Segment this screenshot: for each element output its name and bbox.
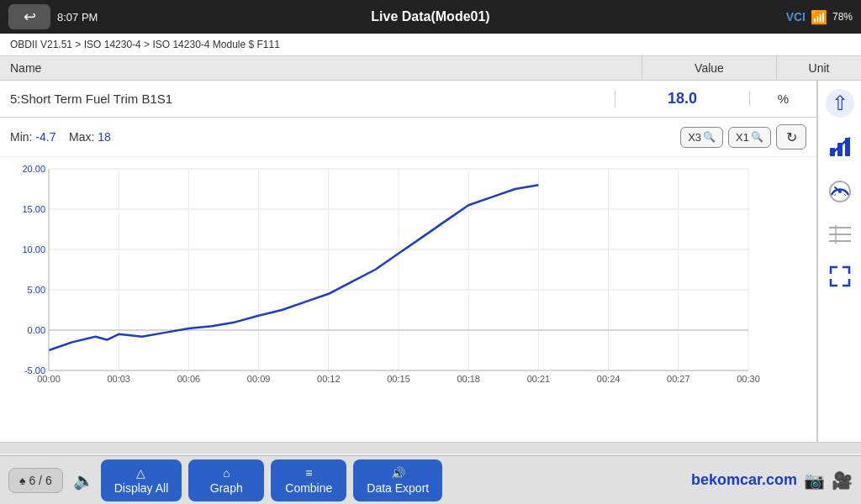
col-unit: Unit [777,56,861,80]
status-bar: ↩ 8:07 PM Live Data(Mode01) VCI 📶 78% [0,0,861,34]
bottom-toolbar: ♠ 6 / 6 🔈 △ Display All ⌂ Graph ≡ Combin… [0,455,861,504]
zoom-controls: X3 🔍 X1 🔍 ↻ [680,124,806,150]
min-label: Min: [10,130,32,144]
main-content: 5:Short Term Fuel Trim B1S1 18.0 % Min: … [0,81,861,442]
combine-button[interactable]: ≡ Combine [271,459,346,501]
sensor-row: 5:Short Term Fuel Trim B1S1 18.0 % [0,81,816,118]
left-panel: 5:Short Term Fuel Trim B1S1 18.0 % Min: … [0,81,817,442]
bottom-right-icons: 📷 🎥 [804,470,853,491]
line-chart [0,160,765,396]
export-icon: 🔊 [391,466,405,480]
svg-line-8 [844,194,846,196]
graph-controls: Min: -4.7 Max: 18 X3 🔍 X1 🔍 ↻ [0,118,816,157]
wifi-icon: 📶 [811,9,827,25]
zoom-x1-icon: 🔍 [751,131,763,143]
back-button[interactable]: ↩ [8,4,50,29]
combine-label: Combine [285,481,332,495]
chart-area [0,157,816,442]
zoom-x1-button[interactable]: X1 🔍 [728,127,771,148]
sensor-unit: % [749,92,816,106]
display-all-button[interactable]: △ Display All [101,459,182,501]
status-time: 8:07 PM [57,11,98,24]
zoom-x3-icon: 🔍 [703,131,716,143]
graph-icon: ⌂ [223,466,230,480]
graph-button[interactable]: ⌂ Graph [188,459,264,501]
min-max-display: Min: -4.7 Max: 18 [10,130,111,144]
page-label: 6 / 6 [29,474,51,487]
scroll-up-button[interactable]: ⇧ [826,89,854,118]
page-indicator[interactable]: ♠ 6 / 6 [8,468,63,493]
speaker-icon: 🔈 [73,470,94,491]
scroll-bar-area[interactable] [0,442,861,454]
bottom-video-icon[interactable]: 🎥 [832,470,853,491]
graph-label: Graph [210,481,243,495]
watermark: bekomcar.com [691,471,797,489]
col-value: Value [642,56,777,80]
battery-status: 78% [832,11,853,23]
gauge-icon[interactable] [828,180,852,208]
combine-icon: ≡ [305,466,312,480]
min-value: -4.7 [35,130,55,144]
right-panel: ⇧ [817,81,861,442]
max-value: 18 [98,130,111,144]
sensor-name: 5:Short Term Fuel Trim B1S1 [0,92,615,106]
display-all-icon: △ [136,466,145,480]
list-icon[interactable] [829,225,851,249]
zoom-x3-button[interactable]: X3 🔍 [680,127,723,148]
svg-line-7 [834,194,836,196]
svg-point-6 [838,190,842,193]
vci-label: VCI [786,10,806,24]
page-title: Live Data(Mode01) [371,9,489,24]
data-export-button[interactable]: 🔊 Data Export [353,459,442,501]
table-header: Name Value Unit [0,56,861,81]
display-all-label: Display All [114,481,169,495]
breadcrumb: OBDII V21.51 > ISO 14230-4 > ISO 14230-4… [0,34,861,56]
max-label: Max: [69,130,94,144]
data-export-label: Data Export [367,481,429,495]
expand-icon[interactable] [829,265,851,292]
chart-icon[interactable] [828,134,852,163]
refresh-button[interactable]: ↻ [776,124,806,150]
bottom-photo-icon[interactable]: 📷 [804,470,825,491]
sensor-value: 18.0 [615,90,749,108]
page-icon: ♠ [19,474,25,487]
col-name: Name [0,56,642,80]
